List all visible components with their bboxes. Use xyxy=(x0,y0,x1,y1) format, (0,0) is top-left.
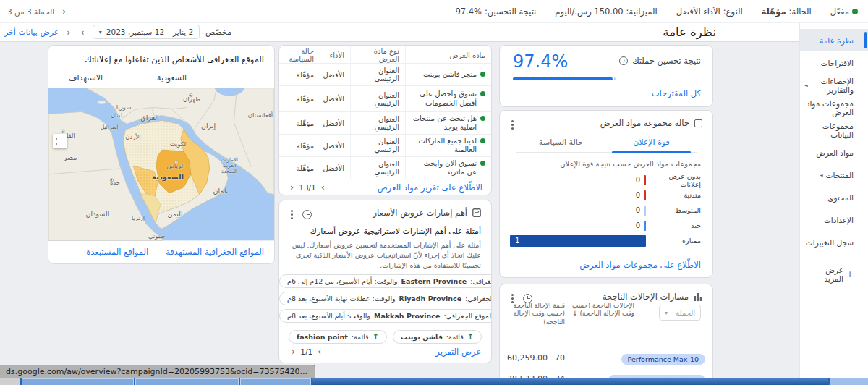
sidebar-item-change-history[interactable]: سجل التغييرات xyxy=(800,231,868,253)
optimization-progress-fill xyxy=(513,77,613,80)
status-item-eligibility: الحالة: مؤهّلة xyxy=(762,7,812,17)
fullscreen-icon xyxy=(56,138,64,145)
page-prev-icon[interactable]: › xyxy=(315,346,323,357)
col-performance: الأداء xyxy=(320,46,351,64)
col-asset: مادة العرض xyxy=(406,46,491,64)
browser-status-url: ds.google.com/aw/overview?campaignId=202… xyxy=(0,365,315,378)
geography-card-title: الموقع الجغرافي للأشخاص الذين تفاعلوا مع… xyxy=(48,46,274,64)
page-prev-icon[interactable]: › xyxy=(319,182,327,192)
taskbar-active-segment[interactable] xyxy=(312,378,828,385)
optimization-score-title: نتيجة تحسين حملتك xyxy=(632,56,701,66)
expand-left-icon: ◄ xyxy=(804,82,808,88)
excluded-locations-link[interactable]: المواقع المستبعدة xyxy=(86,247,148,257)
campaign-enabled-chip[interactable]: مفعّل xyxy=(830,7,858,17)
sidebar-item-assets[interactable]: مواد العرض xyxy=(800,141,868,164)
chart-subtitle: مجموعات مواد العرض حسب نتيجة قوة الإعلان xyxy=(500,153,712,172)
page-title: نظرة عامة xyxy=(663,25,716,39)
campaign-badge: Performance Max-10 xyxy=(621,354,705,365)
bar-chart-icon xyxy=(694,292,702,301)
campaign-filter-dropdown[interactable]: الحملة ▾ xyxy=(659,305,701,321)
info-icon[interactable]: i xyxy=(619,56,628,65)
taskbar-start-segment[interactable] xyxy=(0,378,20,385)
sidebar-item-insights-reports[interactable]: الإحصاءات والتقارير◄ xyxy=(800,74,868,96)
page-next-icon[interactable]: ‹ xyxy=(289,346,297,357)
table-row: Performance Max-10 70 60,259.00 xyxy=(500,347,712,368)
sidebar-item-content[interactable]: المحتوى xyxy=(800,186,868,208)
campaign-status-bar: الحملة 3 من 3 › مفعّل الحالة: مؤهّلة الن… xyxy=(0,0,868,23)
taskbar[interactable] xyxy=(0,378,868,385)
conversion-paths-title: مسارات الإحالات الناجحة xyxy=(603,292,689,302)
col-policy-status: حالة السياسة xyxy=(279,46,320,64)
page-indicator: 1/1 xyxy=(300,347,312,356)
table-row: تسوق الان وابحث عن ماتريد العنوان الرئيس… xyxy=(279,156,491,179)
kebab-menu-icon[interactable] xyxy=(288,209,295,219)
table-row: متجر فاشن بوينت العنوان الرئيسي الأفضل م… xyxy=(279,63,491,85)
signal-pill: ↑ الموقع الجغرافي:Eastern Provinceوالوقت… xyxy=(279,274,492,288)
history-clock-icon[interactable] xyxy=(302,210,312,219)
bar-no-ads xyxy=(644,175,646,185)
kebab-menu-icon[interactable] xyxy=(509,119,516,130)
page-next-icon[interactable]: ‹ xyxy=(288,182,296,192)
sidebar-item-data-feeds[interactable]: مجموعات البيانات xyxy=(800,119,868,141)
sidebar-item-asset-groups[interactable]: مجموعات مواد العرض xyxy=(800,96,868,119)
date-preset-label: مخصّص xyxy=(205,28,231,37)
conversion-paths-card: مسارات الإحالات الناجحة الحملة ▾ قيمة ال… xyxy=(499,284,713,385)
signals-section-title: أمثلة على أهم الإشارات لاستراتيجية عروض … xyxy=(279,218,491,236)
date-range-picker[interactable]: 2 يناير – 12 سبتمبر، 2023 ▾ xyxy=(93,25,200,39)
taskbar-end-segment[interactable] xyxy=(830,378,868,385)
taskbar-window-button[interactable] xyxy=(240,378,311,385)
enabled-dot-icon xyxy=(852,9,858,14)
sidebar-nav: نظرة عامة الاقتراحات الإحصاءات والتقارير… xyxy=(799,23,868,385)
arrow-up-icon: ↑ xyxy=(467,332,474,342)
view-other-data-link[interactable]: عرض بيانات أخر xyxy=(4,28,59,37)
bar-excellent: 1 xyxy=(510,235,646,247)
taskbar-window-button[interactable] xyxy=(135,378,239,385)
view-asset-groups-link[interactable]: الاطّلاع على مجموعات مواد العرض xyxy=(579,260,701,270)
collapse-chevron-icon[interactable]: › xyxy=(60,6,68,17)
date-next-chevron-icon[interactable]: › xyxy=(64,27,72,38)
status-item-optimization: نتيجة التحسين: 97.4% xyxy=(455,7,536,17)
campaign-pager-label: الحملة 3 من 3 xyxy=(7,7,54,16)
all-recommendations-link[interactable]: كل المقترحات xyxy=(652,88,701,98)
campaign-pager[interactable]: الحملة 3 من 3 › xyxy=(7,6,68,17)
plus-icon: + xyxy=(846,269,854,279)
expand-left-icon: ◄ xyxy=(820,172,823,177)
map-canvas[interactable]: طهران سوريا لبنان العراق إيران أفغانستان… xyxy=(48,88,274,241)
optimization-score-card: نتيجة تحسين حملتك i 97.4% كل المقترحات xyxy=(499,45,713,107)
table-row: هل تبحث عن منتجات اصلية يوجد العنوان الر… xyxy=(279,111,491,134)
signals-description: أمثلة على أهم الإشارات المستخدمة لتحسين … xyxy=(279,236,491,270)
status-tabs: قوة الإعلان حالة السياسة xyxy=(516,132,697,153)
bid-signals-card: أهم إشارات عروض الأسعار أمثلة على أهم ال… xyxy=(278,200,492,363)
col-asset-type: نوع مادة العرض xyxy=(351,46,406,64)
asset-report-link[interactable]: الاطّلاع على تقرير مواد العرض xyxy=(378,182,482,192)
caret-down-icon: ▾ xyxy=(665,310,668,316)
tab-policy-status[interactable]: حالة السياسة xyxy=(516,132,606,152)
tab-ad-strength[interactable]: قوة الإعلان xyxy=(606,132,697,152)
sidebar-item-recommendations[interactable]: الاقتراحات xyxy=(800,51,868,74)
col-conversions[interactable]: الإحالات الناجحة (حسب وقت الإحالة الناجح… xyxy=(568,302,634,318)
date-prev-chevron-icon[interactable]: ‹ xyxy=(79,27,87,38)
targeted-locations-link[interactable]: المواقع الجغرافية المستهدفة xyxy=(166,247,264,257)
asset-group-status-card: حالة مجموعة مواد العرض قوة الإعلان حالة … xyxy=(499,110,713,278)
status-item-type: النوع: الأداء الأفضل xyxy=(676,7,743,17)
view-report-link[interactable]: عرض التقرير xyxy=(435,347,481,357)
sidebar-item-products[interactable]: المنتجات◄ xyxy=(800,164,868,186)
assets-table-card: مادة العرض نوع مادة العرض الأداء حالة ال… xyxy=(278,45,492,195)
geography-card: الموقع الجغرافي للأشخاص الذين تفاعلوا مع… xyxy=(48,45,275,264)
sidebar-item-settings[interactable]: الإعدادات xyxy=(800,208,868,231)
caret-down-icon: ▾ xyxy=(99,29,102,35)
middle-east-map xyxy=(48,88,274,241)
enabled-dot-icon xyxy=(480,72,485,77)
overview-toolbar: نظرة عامة عرض بيانات أخر › ‹ 2 يناير – 1… xyxy=(0,23,799,42)
taskbar-window-button[interactable] xyxy=(22,378,134,385)
campaign-status-group: مفعّل الحالة: مؤهّلة النوع: الأداء الأفض… xyxy=(455,0,858,23)
optimization-score-value: 97.4% xyxy=(513,51,568,72)
assets-table-header: مادة العرض نوع مادة العرض الأداء حالة ال… xyxy=(279,46,491,63)
asset-group-icon xyxy=(694,119,702,127)
sidebar-item-overview[interactable]: نظرة عامة xyxy=(800,29,868,51)
enabled-label: مفعّل xyxy=(830,7,849,17)
sort-down-icon: ↓ xyxy=(572,310,578,317)
sidebar-item-show-more[interactable]: +عرض المزيد xyxy=(800,263,868,285)
map-fullscreen-button[interactable] xyxy=(53,134,67,148)
enabled-dot-icon xyxy=(480,116,485,121)
